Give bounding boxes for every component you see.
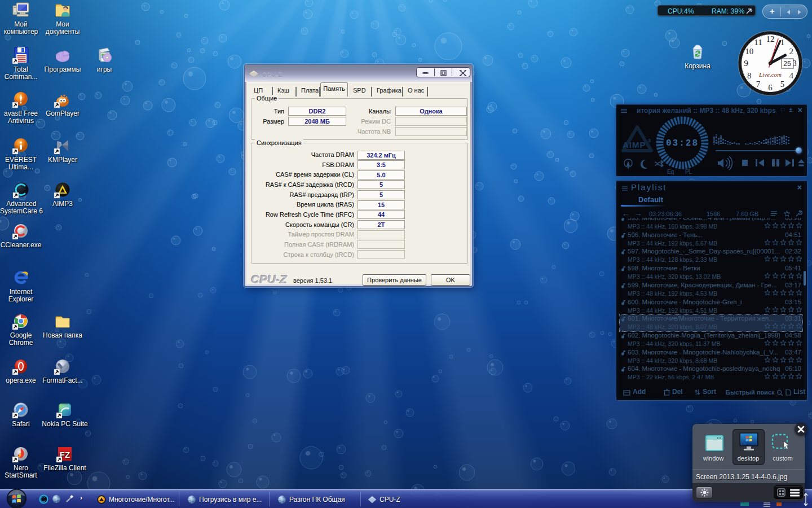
svg-text:AIMP: AIMP <box>623 140 646 150</box>
svg-text:3: 3 <box>648 138 651 143</box>
